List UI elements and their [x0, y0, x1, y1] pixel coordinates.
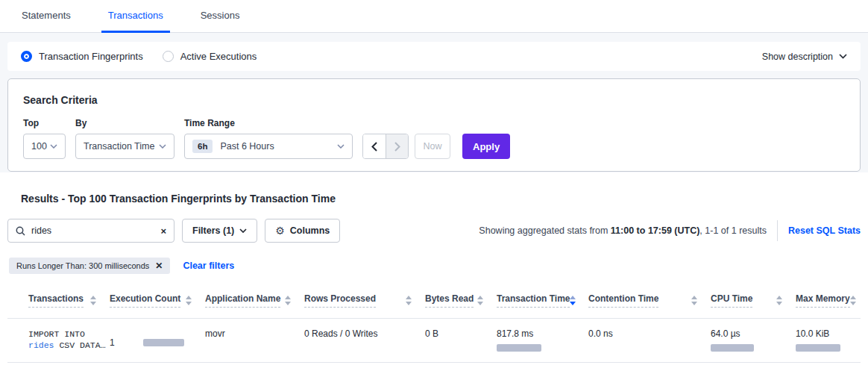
transaction-time-cell: 817.8 ms: [497, 328, 588, 352]
chevron-down-icon: [337, 144, 345, 149]
results-heading: Results - Top 100 Transaction Fingerprin…: [21, 193, 336, 205]
radio-selected-icon: [21, 51, 32, 62]
top-select-value: 100: [31, 141, 47, 152]
toolbar-right: Showing aggregated stats from 11:00 to 1…: [479, 220, 861, 241]
filter-chip-label: Runs Longer Than: 300 milliseconds: [16, 261, 149, 270]
tab-sessions[interactable]: Sessions: [194, 0, 247, 33]
show-description-label: Show description: [762, 52, 833, 62]
search-criteria-card: Search Criteria Top 100 By Transaction T…: [7, 78, 861, 172]
radio-label: Transaction Fingerprints: [39, 51, 143, 62]
aggregated-stats-text: Showing aggregated stats from 11:00 to 1…: [479, 225, 767, 236]
time-range-field: Time Range 6h Past 6 Hours: [184, 118, 353, 159]
execution-count-cell: 1: [110, 334, 205, 352]
by-label: By: [75, 118, 174, 128]
radio-transaction-fingerprints[interactable]: Transaction Fingerprints: [21, 51, 143, 62]
execution-count-bar: [143, 339, 184, 346]
filters-button-label: Filters (1): [192, 225, 234, 236]
previous-time-window-button[interactable]: [363, 134, 386, 158]
gear-icon: ⚙: [275, 225, 285, 236]
search-icon: [16, 226, 25, 236]
time-range-badge: 6h: [192, 140, 213, 153]
chevron-left-icon: [371, 142, 377, 152]
table-row: IMPORT INTO rides CSV DATA… 1 movr 0 Rea…: [7, 319, 861, 363]
column-header-application-name[interactable]: Application Name: [205, 293, 304, 308]
sort-icon: [186, 296, 192, 305]
column-header-max-memory[interactable]: Max Memory: [796, 293, 868, 308]
active-filters-row: Runs Longer Than: 300 milliseconds ✕ Cle…: [9, 258, 234, 274]
columns-button-label: Columns: [290, 225, 330, 236]
rows-processed-cell: 0 Reads / 0 Writes: [304, 328, 425, 352]
time-range-select[interactable]: 6h Past 6 Hours: [184, 134, 353, 159]
time-range-label: Time Range: [184, 118, 353, 128]
chevron-down-icon: [239, 228, 247, 233]
time-range-value: Past 6 Hours: [220, 141, 274, 152]
radio-unselected-icon: [163, 51, 174, 62]
search-input[interactable]: [31, 225, 154, 236]
stats-time-range: 11:00 to 17:59 (UTC): [611, 225, 699, 236]
sql-activity-tabbar: Statements Transactions Sessions: [0, 0, 868, 33]
bytes-read-cell: 0 B: [425, 328, 497, 352]
next-time-window-button[interactable]: [386, 134, 408, 158]
by-field: By Transaction Time: [75, 118, 174, 159]
radio-label: Active Executions: [180, 51, 257, 62]
application-name-cell: movr: [205, 328, 304, 352]
reset-sql-stats-link[interactable]: Reset SQL Stats: [788, 225, 861, 236]
remove-filter-icon[interactable]: ✕: [155, 261, 163, 270]
transaction-time-bar: [497, 344, 541, 352]
chevron-down-icon: [839, 54, 847, 59]
chevron-down-icon: [50, 144, 57, 149]
show-description-toggle[interactable]: Show description: [762, 52, 847, 62]
vertical-divider: [777, 220, 778, 241]
top-select[interactable]: 100: [23, 134, 66, 159]
sort-icon: [850, 296, 856, 305]
sort-desc-icon: [570, 296, 576, 305]
sort-icon: [90, 296, 96, 305]
cpu-time-bar: [711, 344, 754, 352]
results-toolbar: × Filters (1) ⚙ Columns Showing aggregat…: [7, 219, 861, 243]
column-header-transactions[interactable]: Transactions: [28, 293, 110, 308]
top-label: Top: [23, 118, 66, 128]
column-header-bytes-read[interactable]: Bytes Read: [425, 293, 497, 308]
top-field: Top 100: [23, 118, 66, 159]
sort-icon: [691, 296, 697, 305]
filter-chip: Runs Longer Than: 300 milliseconds ✕: [9, 258, 170, 274]
columns-button[interactable]: ⚙ Columns: [265, 219, 340, 243]
sql-identifier: rides: [28, 340, 54, 350]
search-box: ×: [7, 219, 174, 243]
now-button[interactable]: Now: [415, 134, 450, 159]
radio-active-executions[interactable]: Active Executions: [163, 51, 257, 62]
column-header-rows-processed[interactable]: Rows Processed: [304, 293, 425, 308]
max-memory-cell: 10.0 KiB: [796, 328, 861, 352]
sort-icon: [406, 296, 412, 305]
table-header-row: Transactions Execution Count Application…: [7, 288, 861, 319]
tab-statements[interactable]: Statements: [15, 0, 78, 33]
sort-icon: [477, 296, 483, 305]
transaction-fingerprint-link[interactable]: IMPORT INTO rides CSV DATA…: [28, 328, 110, 352]
contention-time-cell: 0.0 ns: [588, 328, 711, 352]
by-select-value: Transaction Time: [84, 141, 154, 152]
chevron-down-icon: [159, 144, 166, 149]
column-header-transaction-time[interactable]: Transaction Time: [497, 293, 588, 308]
apply-button[interactable]: Apply: [462, 134, 510, 159]
search-criteria-title: Search Criteria: [23, 94, 845, 106]
sort-icon: [285, 296, 291, 305]
column-header-contention-time[interactable]: Contention Time: [588, 293, 711, 308]
chevron-right-icon: [394, 142, 400, 152]
view-toggle-card: Transaction Fingerprints Active Executio…: [7, 42, 861, 71]
max-memory-bar: [796, 344, 840, 352]
sort-icon: [776, 296, 782, 305]
filters-button[interactable]: Filters (1): [182, 219, 257, 243]
clear-filters-link[interactable]: Clear filters: [183, 261, 234, 271]
transactions-table: Transactions Execution Count Application…: [7, 288, 861, 363]
clear-search-icon[interactable]: ×: [160, 226, 166, 236]
column-header-cpu-time[interactable]: CPU Time: [711, 293, 796, 308]
cpu-time-cell: 64.0 µs: [711, 328, 796, 352]
tab-transactions[interactable]: Transactions: [101, 0, 170, 33]
by-select[interactable]: Transaction Time: [75, 134, 174, 159]
column-header-execution-count[interactable]: Execution Count: [110, 293, 205, 308]
time-window-arrows: [362, 134, 409, 159]
